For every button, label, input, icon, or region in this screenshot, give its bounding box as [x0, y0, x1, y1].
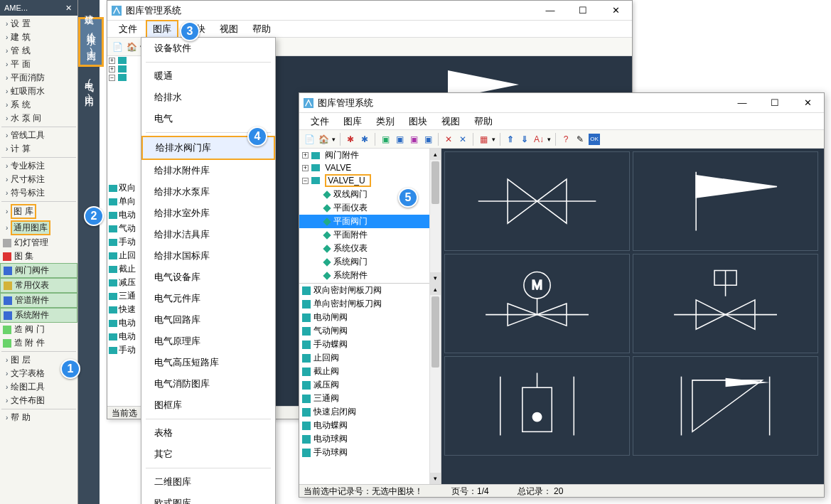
menu-item[interactable]: 电气原理库 — [141, 331, 275, 352]
maximize-button[interactable]: ☐ — [758, 93, 791, 113]
sidebar-item[interactable]: 管道附件 — [0, 293, 77, 308]
arrow-up-icon[interactable]: ⇑ — [505, 134, 516, 145]
menu-file[interactable]: 文件 — [305, 114, 335, 129]
star-red-icon[interactable]: ✱ — [345, 134, 356, 145]
thumb-valve-bowtie[interactable] — [444, 151, 630, 251]
menu-item[interactable]: 电气消防图库 — [141, 373, 275, 395]
thumb-flag[interactable] — [633, 151, 818, 251]
list-item[interactable]: 气动闸阀 — [299, 324, 429, 338]
list-item[interactable]: 三通阀 — [299, 392, 429, 405]
menu-item[interactable]: 给排水室外库 — [141, 203, 275, 224]
sidebar-item[interactable]: ›水 泵 间 — [0, 112, 77, 125]
sidebar-item-help[interactable]: ›帮 助 — [0, 411, 77, 424]
sidebar-item[interactable]: ›管线工具 — [0, 129, 77, 142]
block2-icon[interactable]: ▣ — [394, 134, 405, 145]
block4-icon[interactable]: ▣ — [422, 134, 434, 145]
scrollbar[interactable]: ▴▾ — [429, 149, 441, 284]
menu-tuku[interactable]: 图库 — [338, 114, 368, 129]
sidebar-item[interactable]: ›文件布图 — [0, 394, 77, 407]
star-blue-icon[interactable]: ✱ — [359, 134, 370, 145]
menu-item[interactable]: 欧式图库 — [141, 493, 275, 504]
side-tab-jianzhu[interactable]: 建筑 — [78, 0, 100, 17]
sidebar-item[interactable]: ›计 算 — [0, 142, 77, 156]
ok-icon[interactable]: OK — [589, 134, 600, 145]
menu-leibie[interactable]: 类别 — [370, 114, 400, 129]
thumb-check-valve[interactable] — [444, 356, 630, 456]
scrollbar[interactable]: ▴▾ — [429, 284, 441, 484]
list-item[interactable]: 减压阀 — [299, 378, 429, 392]
home-icon[interactable]: 🏠 — [126, 41, 137, 53]
home-icon[interactable]: 🏠 — [318, 134, 329, 145]
new-icon[interactable]: 📄 — [304, 134, 315, 145]
menu-item[interactable]: 给排水水泵库 — [141, 181, 275, 203]
side-tab-dianqi[interactable]: 电气(民用) — [78, 67, 100, 111]
preview-grid[interactable]: M — [441, 149, 824, 484]
menu-view[interactable]: 视图 — [436, 114, 466, 129]
menu-tuku[interactable]: 图库 — [146, 20, 178, 38]
tree-node[interactable]: 平面附件 — [299, 228, 429, 242]
list-item[interactable]: 单向密封闸板刀阀 — [299, 297, 429, 311]
grid-icon[interactable]: ▦ — [478, 134, 489, 145]
minimize-button[interactable]: — — [726, 93, 758, 113]
sidebar-item[interactable]: ›绘图工具 — [0, 380, 77, 394]
sidebar-item[interactable]: ›符号标注 — [0, 186, 77, 200]
tree-node[interactable]: 系统附件 — [299, 269, 429, 282]
sidebar-item[interactable]: 图 集 — [0, 250, 77, 263]
sidebar-item[interactable]: 常用仪表 — [0, 278, 77, 293]
block3-icon[interactable]: ▣ — [408, 134, 419, 145]
wand-icon[interactable]: ✎ — [574, 134, 586, 145]
menu-item[interactable]: 暖通 — [141, 65, 275, 87]
sidebar-item[interactable]: ›系 统 — [0, 98, 77, 112]
list-item[interactable]: 止回阀 — [299, 351, 429, 365]
tree-node[interactable]: 系统阀门 — [299, 255, 429, 269]
menu-item[interactable]: 给排水 — [141, 87, 275, 108]
sidebar-item[interactable]: ›虹吸雨水 — [0, 85, 77, 98]
thumb-triangle-flag[interactable] — [633, 356, 818, 456]
category-tree[interactable]: + 阀门附件 + VALVE − VALVE_U 双线阀门平面仪表平面阀门平面附… — [299, 149, 429, 284]
sidebar-item[interactable]: 造 阀 门 — [0, 323, 77, 336]
menu-help[interactable]: 帮助 — [247, 21, 277, 37]
menu-item[interactable]: 电气高压短路库 — [141, 352, 275, 373]
item-list[interactable]: 双向密封闸板刀阀单向密封闸板刀阀电动闸阀气动闸阀手动蝶阀止回阀截止阀减压阀三通阀… — [299, 284, 429, 484]
menu-item[interactable]: 设备软件 — [141, 38, 275, 59]
list-item[interactable]: 快速启闭阀 — [299, 405, 429, 419]
list-item[interactable]: 截止阀 — [299, 365, 429, 378]
menu-item[interactable]: 电气设备库 — [141, 267, 275, 288]
sidebar-item[interactable]: 阀门阀件 — [0, 263, 77, 278]
sidebar-item[interactable]: 幻灯管理 — [0, 236, 77, 250]
sidebar-item[interactable]: ›专业标注 — [0, 159, 77, 173]
menu-view[interactable]: 视图 — [214, 21, 244, 37]
close-button[interactable]: ✕ — [791, 93, 824, 113]
menu-tukuai[interactable]: 图块 — [403, 114, 433, 129]
list-item[interactable]: 双向密封闸板刀阀 — [299, 284, 429, 297]
block1-icon[interactable]: ▣ — [380, 134, 391, 145]
sidebar-item[interactable]: 系统附件 — [0, 308, 77, 323]
menu-file[interactable]: 文件 — [113, 21, 143, 37]
maximize-button[interactable]: ☐ — [567, 1, 599, 21]
sort-icon[interactable]: A↓ — [533, 134, 545, 145]
delete-red-icon[interactable]: ✕ — [443, 134, 454, 145]
thumb-motor-valve[interactable]: M — [444, 254, 630, 353]
menu-item[interactable]: 电气回路库 — [141, 309, 275, 331]
menu-item[interactable]: 其它 — [141, 444, 275, 465]
menu-item[interactable]: 给排水洁具库 — [141, 224, 275, 245]
sidebar-item-tongyong[interactable]: ›通用图库 — [0, 220, 77, 236]
sidebar-item[interactable]: ›平 面 — [0, 58, 77, 71]
sidebar-item[interactable]: 造 附 件 — [0, 336, 77, 350]
close-icon[interactable]: ✕ — [63, 4, 73, 13]
menu-help[interactable]: 帮助 — [468, 114, 498, 129]
menu-item[interactable]: 表格 — [141, 422, 275, 444]
menu-item[interactable]: 给排水国标库 — [141, 245, 275, 267]
sidebar-item[interactable]: ›管 线 — [0, 44, 77, 58]
list-item[interactable]: 电动闸阀 — [299, 311, 429, 324]
new-icon[interactable]: 📄 — [112, 41, 123, 53]
sidebar-item[interactable]: ›设 置 — [0, 17, 77, 31]
list-item[interactable]: 电动蝶阀 — [299, 419, 429, 432]
arrow-down-icon[interactable]: ⇓ — [519, 134, 530, 145]
menu-item[interactable]: 二维图库 — [141, 471, 275, 493]
list-item[interactable]: 手动球阀 — [299, 446, 429, 459]
list-item[interactable]: 电动球阀 — [299, 432, 429, 446]
list-item[interactable]: 手动蝶阀 — [299, 338, 429, 351]
help-icon[interactable]: ? — [560, 134, 572, 145]
menu-item[interactable]: 给排水附件库 — [141, 160, 275, 181]
